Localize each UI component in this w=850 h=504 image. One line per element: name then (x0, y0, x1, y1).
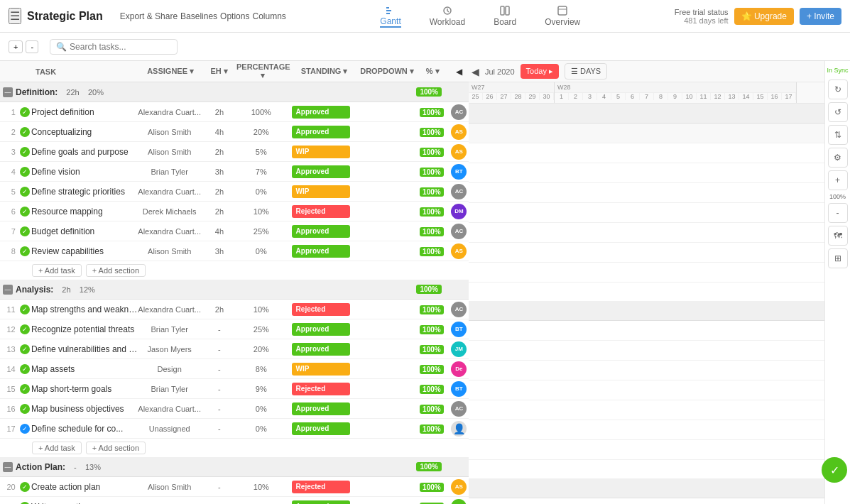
add-btn[interactable]: + (9, 40, 23, 53)
svg-rect-4 (501, 6, 504, 15)
avatar: BT (451, 322, 467, 337)
days-button[interactable]: ☰ DAYS (565, 63, 607, 80)
tab-gantt[interactable]: Gantt (374, 2, 406, 31)
avatar: AS (451, 243, 467, 259)
avatar: BT (451, 381, 467, 397)
sync-status: In Sync (827, 67, 848, 74)
upgrade-button[interactable]: ⭐ Upgrade (734, 8, 794, 25)
avatar: LS (451, 499, 467, 505)
svg-rect-2 (386, 13, 390, 14)
avatar: BT (451, 164, 467, 180)
table-row: 17 ✓ Define schedule for co... Unassigne… (0, 419, 469, 439)
add-section-analysis[interactable]: + Add section (86, 442, 146, 454)
check-button[interactable]: ✓ (822, 457, 847, 483)
add-row-definition: + Add task + Add section (0, 261, 469, 280)
add-task-analysis[interactable]: + Add task (32, 442, 82, 454)
right-controls: In Sync ↻ ↺ ⇅ ⚙ + 100% - 🗺 ⊞ ✓ (824, 61, 850, 504)
invite-button[interactable]: + Invite (800, 8, 841, 25)
gantt-day: 7 (640, 93, 654, 100)
table-row: 6 ✓ Resource mapping Derek Michaels 2h 1… (0, 202, 469, 221)
avatar: 👤 (451, 421, 467, 437)
top-header: ☰ Strategic Plan Export & Share Baseline… (0, 0, 850, 33)
remove-btn[interactable]: - (26, 40, 38, 53)
today-button[interactable]: Today ▸ (521, 64, 559, 79)
table-row: 3 ✓ Define goals and purpose Alison Smit… (0, 142, 469, 162)
tab-board[interactable]: Board (488, 3, 522, 30)
gantt-day: 15 (753, 93, 768, 100)
svg-rect-6 (558, 6, 567, 15)
svg-rect-5 (506, 6, 509, 15)
table-row: 8 ✓ Review capabilities Alison Smith 3h … (0, 241, 469, 261)
sub-header: + - 🔍 (0, 33, 850, 61)
table-row: 7 ✓ Budget definition Alexandra Cuart...… (0, 221, 469, 241)
zoom-in-button[interactable]: + (828, 170, 848, 190)
table-row: 15 ✓ Map short-term goals Brian Tyler - … (0, 379, 469, 399)
sort-button[interactable]: ⇅ (828, 125, 848, 145)
table-row: 13 ✓ Define vulnerabilities and ri... Ja… (0, 339, 469, 359)
svg-rect-0 (386, 7, 389, 9)
search-input[interactable] (70, 42, 155, 52)
avatar: AC (451, 302, 467, 317)
gantt-day: 9 (668, 93, 682, 100)
columns-btn[interactable]: Columns (252, 11, 285, 21)
col-standing-header[interactable]: STANDING ▾ (290, 67, 359, 76)
avatar: AC (451, 401, 467, 417)
table-row: 16 ✓ Map business objectives Alexandra C… (0, 399, 469, 419)
table-row: 5 ✓ Define strategic priorities Alexandr… (0, 182, 469, 202)
avatar: AC (451, 184, 467, 199)
gantt-panel: ◀ Jul 2020 Today ▸ ☰ DAYS W27 25 26 27 2… (469, 61, 824, 504)
trial-days: 481 days left (675, 16, 729, 25)
tab-workload[interactable]: Workload (424, 3, 471, 30)
avatar: DM (451, 204, 467, 219)
col-assignee-header[interactable]: ASSIGNEE ▾ (139, 67, 202, 76)
avatar: AS (451, 479, 467, 495)
add-section-definition[interactable]: + Add section (86, 264, 146, 277)
map-button[interactable]: 🗺 (828, 226, 848, 246)
collapse-analysis[interactable]: — (3, 285, 13, 295)
collapse-action-plan[interactable]: — (3, 462, 13, 472)
gantt-day: 28 (511, 93, 525, 100)
zoom-level: 100% (829, 193, 846, 200)
table-row: 1 ✓ Project definition Alexandra Cuart..… (0, 102, 469, 122)
col-pct2-header[interactable]: % ▾ (415, 67, 450, 76)
trial-status-text: Free trial status (675, 8, 729, 16)
gantt-day: 26 (483, 93, 497, 100)
gantt-day: 30 (540, 93, 554, 100)
col-pct-header[interactable]: PERCENTAGE ▾ (236, 62, 290, 80)
gantt-month: Jul 2020 (485, 67, 515, 76)
col-dropdown-header[interactable]: DROPDOWN ▾ (359, 67, 415, 76)
export-btn[interactable]: Export & Share (120, 11, 178, 21)
avatar: AC (451, 224, 467, 239)
gantt-back-arrow[interactable]: ◀ (472, 66, 479, 77)
tab-overview[interactable]: Overview (539, 3, 586, 30)
sync-button[interactable]: ↻ (828, 80, 848, 99)
table-row: 20 ✓ Create action plan Alison Smith - 1… (0, 477, 469, 497)
col-eh-header[interactable]: EH ▾ (202, 67, 236, 76)
avatar: AS (451, 124, 467, 140)
left-panel: TASK ASSIGNEE ▾ EH ▾ PERCENTAGE ▾ STANDI… (0, 61, 469, 504)
add-task-definition[interactable]: + Add task (32, 264, 82, 277)
settings-button[interactable]: ⚙ (828, 148, 848, 168)
zoom-out-button[interactable]: - (828, 203, 848, 223)
gantt-day: 11 (697, 93, 711, 100)
section-analysis: — Analysis: 2h 12% 100% (0, 280, 469, 300)
column-headers: TASK ASSIGNEE ▾ EH ▾ PERCENTAGE ▾ STANDI… (0, 61, 469, 82)
table-row: 4 ✓ Define vision Brian Tyler 3h 7% Appr… (0, 162, 469, 182)
gantt-day: 17 (782, 93, 796, 100)
hamburger-menu[interactable]: ☰ (9, 8, 21, 24)
undo-button[interactable]: ↺ (828, 102, 848, 122)
gantt-day: 13 (725, 93, 739, 100)
gantt-body (469, 104, 824, 504)
grid-button[interactable]: ⊞ (828, 248, 848, 268)
collapse-definition[interactable]: — (3, 87, 13, 97)
col-arrow-header: ◀ (449, 67, 469, 77)
gantt-day: 29 (525, 93, 540, 100)
options-btn[interactable]: Options (220, 11, 249, 21)
app-title: Strategic Plan (27, 10, 103, 23)
trial-area: Free trial status 481 days left ⭐ Upgrad… (675, 8, 841, 25)
avatar: AC (451, 104, 467, 120)
section-definition: — Definition: 22h 20% 100% (0, 82, 469, 102)
gantt-day: 2 (569, 93, 583, 100)
baselines-btn[interactable]: Baselines (180, 11, 217, 21)
search-box[interactable]: 🔍 (50, 39, 178, 55)
